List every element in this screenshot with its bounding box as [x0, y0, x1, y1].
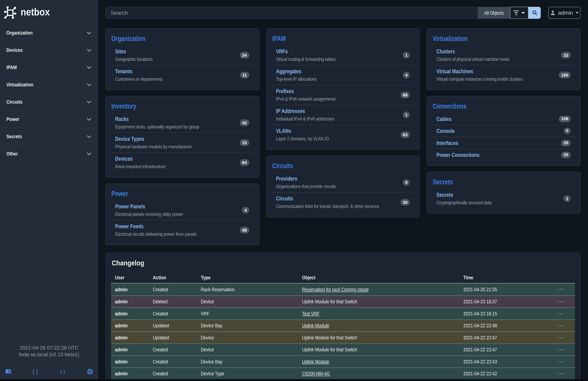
row-menu-button[interactable]: ··· — [547, 323, 575, 328]
card-item-link[interactable]: VRFs — [276, 47, 288, 55]
card-item-link[interactable]: Aggregates — [276, 67, 301, 75]
card-item-subtitle: Organizations that provide circuits — [276, 183, 403, 190]
sidebar-menu: OrganizationDevicesIPAMVirtualizationCir… — [0, 24, 98, 162]
netbox-dashboard: netbox OrganizationDevicesIPAMVirtualiza… — [0, 0, 588, 381]
changelog-object-link[interactable]: C9200-NM-4G — [302, 371, 330, 377]
sidebar-item-ipam[interactable]: IPAM — [0, 59, 98, 76]
user-menu-button[interactable]: admin — [548, 7, 581, 19]
search-input[interactable] — [105, 7, 478, 19]
changelog-cell-object: Uplink Module — [298, 323, 439, 329]
search-filter-button[interactable] — [510, 7, 528, 19]
card-item-link[interactable]: Device Types — [115, 135, 144, 143]
count-badge: 1 — [563, 195, 571, 202]
changelog-header-row: UserActionTypeObjectTime — [111, 273, 575, 283]
row-menu-button[interactable]: ··· — [547, 287, 575, 292]
netbox-logo[interactable]: netbox — [0, 0, 98, 19]
card-item-link[interactable]: Virtual Machines — [437, 67, 473, 75]
sidebar-item-label: Devices — [6, 47, 23, 53]
code-icon[interactable] — [59, 368, 66, 375]
count-badge: 30 — [400, 199, 410, 206]
card-virtualization: VirtualizationClustersClusters of physic… — [427, 29, 581, 90]
card-item-text: Power FeedsElectrical circuits deliverin… — [115, 222, 228, 238]
card-item-link[interactable]: VLANs — [276, 127, 291, 135]
changelog-cell-type: Device Bay — [197, 359, 285, 364]
sidebar-item-label: Power — [6, 116, 20, 122]
life-ring-icon[interactable] — [87, 368, 93, 375]
changelog-cell-user: admin — [111, 311, 144, 316]
card-title: Connections — [433, 102, 546, 111]
sidebar-item-other[interactable]: Other — [0, 145, 98, 162]
horizontal-scrollbar[interactable] — [0, 379, 588, 381]
card-item-link[interactable]: Tenants — [115, 67, 133, 75]
changelog-object-link[interactable]: Uplink Module — [302, 323, 329, 329]
card-item-link[interactable]: Circuits — [276, 195, 293, 202]
sidebar-item-power[interactable]: Power — [0, 110, 98, 128]
count-badge: 26 — [561, 139, 571, 146]
card-item-link[interactable]: IP Addresses — [276, 107, 305, 115]
sidebar-item-devices[interactable]: Devices — [0, 41, 98, 59]
card-item-link[interactable]: Power Panels — [115, 202, 145, 210]
changelog-cell-object: Uplink Module for that Switch — [298, 347, 439, 353]
count-badge: 42 — [240, 119, 249, 126]
changelog-cell-object: Uplink Module for that Switch — [298, 299, 439, 304]
card-item-link[interactable]: Clusters — [437, 47, 455, 55]
card-inventory: InventoryRacksEquipment racks, optionall… — [105, 96, 259, 178]
changelog-cell-object: C9200-NM-4G — [298, 371, 439, 377]
card-item-circuits: CircuitsCommunication links for transit,… — [272, 192, 415, 212]
card-item-prefixes: PrefixesIPv4 & IPv6 network assignments6… — [272, 85, 415, 105]
card-circuits: CircuitsProvidersOrganizations that prov… — [266, 156, 420, 217]
card-item-text: SecretsCryptographically secured data — [437, 191, 549, 206]
card-item-link[interactable]: Devices — [115, 155, 133, 163]
changelog-cell-type: Device Bay — [197, 323, 285, 329]
card-item-link[interactable]: Providers — [276, 175, 297, 182]
card-item-aggregates: AggregatesTop-level IP allocations4 — [272, 65, 415, 85]
braces-icon[interactable]: { } — [32, 368, 39, 375]
card-item-link[interactable]: Cables — [437, 115, 452, 123]
card-title: Virtualization — [433, 34, 546, 43]
card-item-subtitle: Individual IPv4 & IPv6 addresses — [276, 115, 403, 123]
card-item-link[interactable]: Console — [437, 127, 455, 135]
card-item-link[interactable]: Racks — [115, 115, 129, 123]
card-item-sites: SitesGeographic locations24 — [111, 45, 254, 65]
chevron-down-icon — [86, 65, 92, 70]
sidebar-item-virtualization[interactable]: Virtualization — [0, 76, 98, 93]
row-menu-button[interactable]: ··· — [547, 359, 575, 364]
card-item-text: AggregatesTop-level IP allocations — [276, 67, 388, 83]
card-item-text: IP AddressesIndividual IPv4 & IPv6 addre… — [276, 107, 388, 123]
card-item-link[interactable]: Sites — [115, 47, 126, 55]
row-menu-button[interactable]: ··· — [547, 311, 575, 316]
card-item-link[interactable]: Secrets — [437, 191, 453, 199]
row-menu-button[interactable]: ··· — [547, 371, 575, 376]
search-scope-select[interactable]: All Objects — [478, 7, 510, 19]
card-item-link[interactable]: Power Connections — [437, 151, 480, 159]
chevron-down-icon — [86, 99, 92, 105]
card-item-link[interactable]: Interfaces — [437, 139, 459, 147]
changelog-cell-user: admin — [111, 287, 144, 292]
card-item-subtitle: Virtual routing & forwarding tables — [276, 55, 403, 63]
changelog-object-link[interactable]: Test VRF — [302, 311, 320, 316]
sidebar-item-label: Virtualization — [6, 82, 33, 88]
changelog-cell-time: 2021-04-25 21:55 — [459, 287, 536, 292]
card-item-link[interactable]: Prefixes — [276, 87, 294, 95]
card-item-power-panels: Power PanelsElectrical panels receiving … — [111, 201, 254, 220]
card-item-subtitle: Physical hardware models by manufacturer — [115, 143, 242, 150]
changelog-object-link[interactable]: Reservation for rack Comms closet — [302, 287, 369, 292]
sidebar-item-organization[interactable]: Organization — [0, 24, 98, 41]
sidebar-item-circuits[interactable]: Circuits — [0, 93, 98, 110]
changelog-cell-type: Device — [197, 335, 285, 340]
row-menu-button[interactable]: ··· — [547, 335, 575, 340]
row-menu-button[interactable]: ··· — [547, 347, 575, 352]
changelog-object-link[interactable]: Uplink Module — [302, 359, 329, 364]
row-menu-button[interactable]: ··· — [547, 299, 575, 304]
changelog-cell-action: Deleted — [149, 299, 190, 304]
card-item-text: ClustersClusters of physical virtual mac… — [437, 47, 549, 63]
sidebar-item-secrets[interactable]: Secrets — [0, 128, 98, 145]
changelog-col-type: Type — [197, 273, 285, 283]
book-icon[interactable] — [5, 368, 12, 375]
card-title: Circuits — [272, 161, 385, 170]
card-item-link[interactable]: Power Feeds — [115, 222, 144, 230]
card-item-text: RacksEquipment racks, optionally organiz… — [115, 115, 228, 131]
search-button[interactable] — [528, 7, 541, 19]
count-badge: 15 — [240, 139, 249, 146]
card-item-ip-addresses: IP AddressesIndividual IPv4 & IPv6 addre… — [272, 105, 415, 125]
